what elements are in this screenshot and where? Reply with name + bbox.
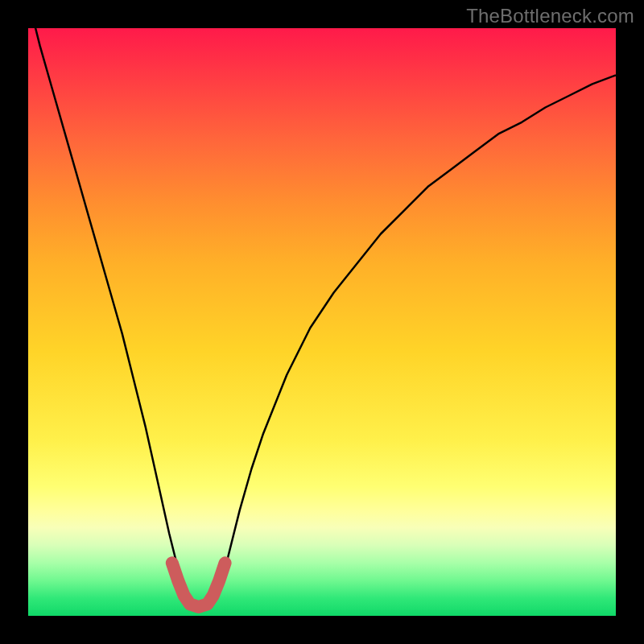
bottleneck-curve xyxy=(28,28,616,616)
chart-frame: TheBottleneck.com xyxy=(0,0,644,644)
plot-area xyxy=(28,28,616,616)
watermark-text: TheBottleneck.com xyxy=(466,5,634,27)
